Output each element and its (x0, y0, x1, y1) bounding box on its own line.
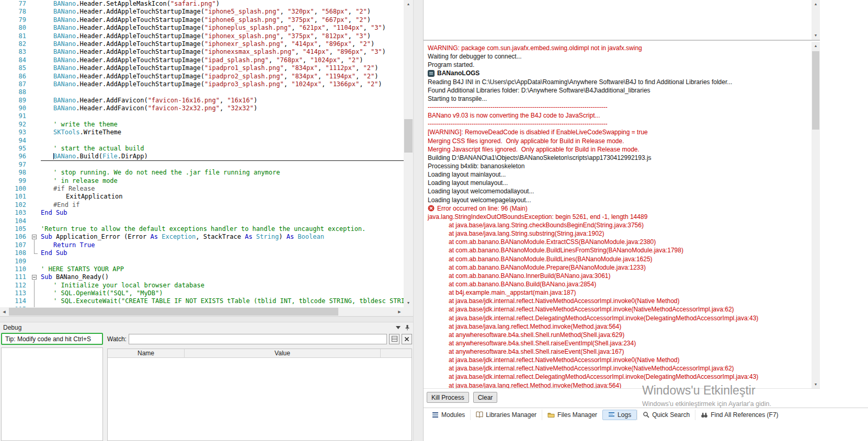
code-line[interactable]: 84BANano.Header.AddAppleTouchStartupImag… (0, 56, 404, 64)
scroll-up-arrow-icon[interactable]: ▲ (812, 0, 820, 8)
code-line[interactable]: 114' SQL.ExecuteWait("CREATE TABLE IF NO… (0, 297, 404, 305)
editor-hscroll-thumb[interactable] (9, 308, 338, 316)
line-number: 97 (0, 161, 29, 169)
code-line[interactable]: 83BANano.Header.AddAppleTouchStartupImag… (0, 48, 404, 56)
fold-gutter (29, 169, 41, 177)
code-line[interactable]: 100#if Release (0, 185, 404, 193)
scroll-down-arrow-icon[interactable]: ▼ (404, 299, 413, 307)
tab-quick-search[interactable]: Quick Search (637, 410, 695, 420)
code-line[interactable]: 91 (0, 112, 404, 120)
watch-clear-button[interactable] (402, 334, 412, 344)
code-line[interactable]: 86BANano.Header.AddAppleTouchStartupImag… (0, 73, 404, 80)
tab-label: Quick Search (652, 411, 690, 419)
line-number: 84 (0, 56, 29, 64)
code-line[interactable]: 78BANano.Header.AddAppleTouchStartupImag… (0, 8, 404, 16)
code-line[interactable]: 79BANano.Header.AddAppleTouchStartupImag… (0, 16, 404, 24)
code-line[interactable]: 99' in release mode (0, 177, 404, 185)
line-number: 81 (0, 32, 29, 40)
code-line[interactable]: 97 (0, 161, 404, 169)
fold-gutter (29, 225, 41, 233)
code-line[interactable]: 103End Sub (0, 209, 404, 217)
fold-collapse-icon[interactable] (32, 275, 37, 280)
editor-vertical-scrollbar[interactable]: ▲ ▼ (404, 0, 413, 307)
code-editor[interactable]: 77BANano.Header.SetAppleMaskIcon("safari… (0, 0, 404, 307)
watch-grid-button[interactable] (389, 334, 399, 344)
line-number: 89 (0, 97, 29, 105)
fold-gutter (29, 73, 41, 80)
dropdown-arrow-icon[interactable] (396, 326, 401, 329)
code-line[interactable]: 106Sub Application_Error (Error As Excep… (0, 233, 404, 241)
error-icon (428, 205, 435, 212)
log-buttons-row: Kill Process Clear (424, 392, 820, 407)
line-number: 101 (0, 193, 29, 201)
code-line[interactable]: 87BANano.Header.AddAppleTouchStartupImag… (0, 80, 404, 88)
tab-files-manager[interactable]: Files Manager (542, 410, 602, 420)
code-line[interactable]: 107Return True (0, 241, 404, 249)
code-line[interactable]: 111Sub BANano_Ready() (0, 273, 404, 281)
code-line[interactable]: 81BANano.Header.AddAppleTouchStartupImag… (0, 32, 404, 40)
pin-icon[interactable] (405, 324, 410, 331)
logs-area[interactable]: WARNING: package com.sun.javafx.embed.sw… (424, 42, 820, 389)
code-line[interactable]: 105'Return true to allow the default exc… (0, 225, 404, 233)
code-line[interactable]: 101ExitApplication (0, 193, 404, 201)
code-line[interactable]: 80BANano.Header.AddAppleTouchStartupImag… (0, 24, 404, 32)
horizontal-splitter[interactable] (0, 316, 413, 322)
code-line[interactable]: 112' Initialize your local browser datab… (0, 282, 404, 289)
code-line[interactable]: 77BANano.Header.SetAppleMaskIcon("safari… (0, 0, 404, 8)
code-line[interactable]: 94 (0, 137, 404, 145)
tab-modules[interactable]: Modules (427, 410, 470, 420)
vertical-splitter[interactable] (413, 0, 424, 441)
fold-gutter (29, 145, 41, 153)
tab-libraries-manager[interactable]: Libraries Manager (470, 410, 542, 420)
fold-gutter (29, 201, 41, 209)
log-line: Waiting for debugger to connect... (428, 52, 812, 61)
clear-logs-button[interactable]: Clear (473, 392, 498, 403)
code-line[interactable]: 92' write the theme (0, 121, 404, 129)
line-number: 91 (0, 112, 29, 120)
code-line[interactable]: 104 (0, 217, 404, 225)
watch-table-body[interactable] (108, 358, 412, 440)
column-header-name: Name (108, 349, 185, 357)
code-line[interactable]: 98' stop running. We do not need the .ja… (0, 169, 404, 177)
fold-gutter (29, 289, 41, 297)
log-line: Found Additional Libraries folder: D:\An… (428, 86, 812, 95)
scroll-down-arrow-icon[interactable]: ▼ (812, 380, 820, 389)
code-line[interactable]: 95' start the actual build (0, 145, 404, 153)
scroll-left-arrow-icon[interactable]: ◀ (0, 307, 8, 316)
kill-process-button[interactable]: Kill Process (427, 392, 469, 403)
tab-find-all-references-f7[interactable]: Find All References (F7) (695, 410, 783, 420)
log-line: Loading layout welcomepagelayout... (428, 196, 812, 204)
editor-horizontal-scrollbar[interactable]: ◀ ▶ (0, 307, 404, 316)
scroll-up-arrow-icon[interactable]: ▲ (404, 0, 413, 8)
tab-logs[interactable]: Logs (602, 410, 637, 420)
code-line[interactable]: 88 (0, 88, 404, 96)
code-line[interactable]: 96BANano.Build(File.DirApp) (0, 153, 404, 160)
scroll-right-arrow-icon[interactable]: ▶ (395, 307, 404, 316)
editor-vscroll-thumb[interactable] (404, 119, 413, 153)
line-number: 98 (0, 169, 29, 177)
fold-gutter (29, 129, 41, 136)
code-line[interactable]: 93SKTools.WriteTheme (0, 129, 404, 136)
log-line: at java.base/jdk.internal.reflect.Native… (428, 356, 812, 364)
logs-vscroll-thumb[interactable] (812, 51, 819, 130)
code-line[interactable]: 89BANano.Header.AddFavicon("favicon-16x1… (0, 97, 404, 105)
code-line[interactable]: 108End Sub (0, 249, 404, 257)
logs-vertical-scrollbar[interactable]: ▲ ▼ (812, 42, 820, 389)
upper-panel-scrollbar[interactable]: ▲ ▼ (812, 0, 820, 40)
scroll-down-arrow-icon[interactable]: ▼ (812, 31, 820, 40)
code-line[interactable]: 85BANano.Header.AddAppleTouchStartupImag… (0, 64, 404, 72)
code-line[interactable]: 102#End if (0, 201, 404, 209)
code-line[interactable]: 110' HERE STARTS YOUR APP (0, 265, 404, 273)
log-line: at com.ab.banano.BANanoModule.BuildLines… (428, 246, 812, 254)
code-line[interactable]: 82BANano.Header.AddAppleTouchStartupImag… (0, 40, 404, 48)
code-line[interactable]: 90BANano.Header.AddFavicon("favicon-32x3… (0, 105, 404, 112)
line-number: 109 (0, 258, 29, 265)
fold-gutter (29, 121, 41, 129)
scroll-up-arrow-icon[interactable]: ▲ (812, 42, 820, 50)
code-line[interactable]: 109 (0, 258, 404, 265)
line-number: 104 (0, 217, 29, 225)
code-line[interactable]: 113' SQL.OpenWait("SQL", "MyDB") (0, 289, 404, 297)
fold-collapse-icon[interactable] (32, 235, 37, 239)
watch-grid-icon (392, 336, 397, 342)
watch-input[interactable] (129, 334, 387, 344)
